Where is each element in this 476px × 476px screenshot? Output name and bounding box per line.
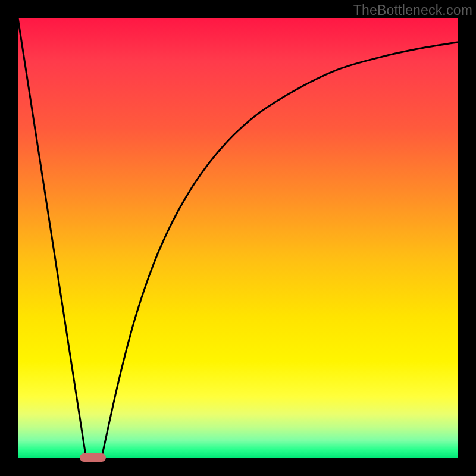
right-branch-line bbox=[102, 42, 458, 458]
watermark-text: TheBottleneck.com bbox=[353, 2, 472, 18]
left-branch-line bbox=[18, 18, 86, 458]
chart-frame: TheBottleneck.com bbox=[0, 0, 476, 476]
bottleneck-marker bbox=[80, 453, 106, 462]
curve-layer bbox=[18, 18, 458, 458]
plot-area bbox=[18, 18, 458, 458]
